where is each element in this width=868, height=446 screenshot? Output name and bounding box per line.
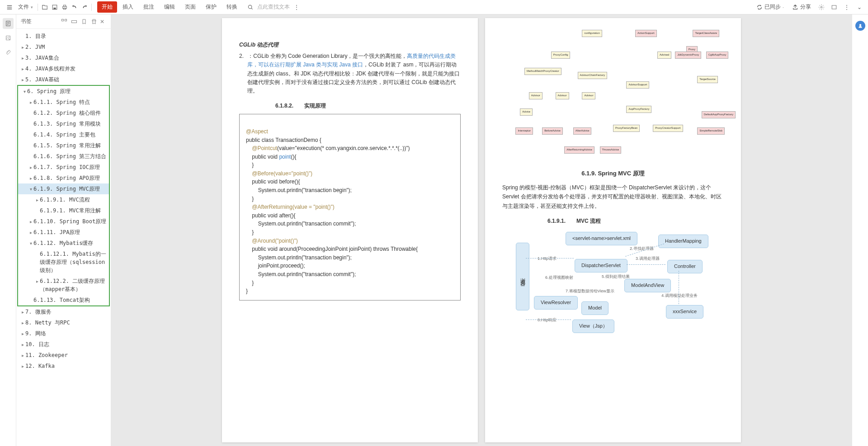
tab-protect[interactable]: 保护 (201, 1, 221, 13)
bookmark-item[interactable]: ▾6. Spring 原理 (18, 86, 109, 97)
bookmark-item[interactable]: 6.1.13. Tomcat架构 (18, 295, 109, 305)
tab-comment[interactable]: 批注 (139, 1, 159, 13)
bookmark-item[interactable]: ▸12. Kafka (16, 361, 111, 371)
code-block: @Aspect public class TransactionDemo { @… (239, 114, 461, 300)
highlighted-section: ▾6. Spring 原理▸6.1.1. Spring 特点6.1.2. Spr… (17, 85, 110, 306)
bookmark-item[interactable]: ▸6.1.1. Spring 特点 (18, 97, 109, 108)
bookmark-item[interactable]: ▸10. 日志 (16, 339, 111, 350)
tab-insert[interactable]: 插入 (118, 1, 138, 13)
bookmark-item[interactable]: 6.1.12.1. Mybatis的一级缓存原理（sqlsession级别） (18, 249, 109, 276)
bookmark-item[interactable]: 6.1.2. Spring 核心组件 (18, 108, 109, 118)
open-icon[interactable] (40, 2, 50, 12)
svg-rect-12 (65, 19, 67, 21)
section-title: CGLib 动态代理 (239, 41, 461, 49)
page-heading: 6.1.9. Spring MVC 原理 (502, 169, 724, 178)
bookmark-item[interactable]: ▸3. JAVA集合 (16, 52, 111, 63)
save-icon[interactable] (50, 2, 60, 12)
uml-diagram: ActionSupport configuration TargetClassA… (502, 27, 724, 163)
mvc-view-jsp-node: View（Jsp） (572, 319, 614, 333)
paragraph-text: 2. ：CGLib 全称为 Code Generation Library，是一… (247, 52, 461, 95)
bookmark-item[interactable]: ▸6.1.10. Spring Boot原理 (18, 216, 109, 227)
sync-status[interactable]: 已同步· (754, 1, 787, 13)
sub-heading: 6.1.9.1. MVC 流程 (502, 217, 724, 225)
bookmark-item[interactable]: ▾6.1.9. Spring MVC原理 (18, 183, 109, 194)
main-toolbar: 文件 ▾ 开始 插入 批注 编辑 页面 保护 转换 点此查找文本 ⋮ 已同步· … (0, 0, 868, 14)
undo-icon[interactable] (70, 2, 80, 12)
print-icon[interactable] (60, 2, 70, 12)
mvc-service-node: xxxService (666, 305, 703, 319)
divider (91, 4, 92, 11)
bookmark-item[interactable]: ▸6.1.7. Spring IOC原理 (18, 162, 109, 173)
search-placeholder[interactable]: 点此查找文本 (257, 3, 290, 11)
bookmark-item[interactable]: ▸5. JAVA基础 (16, 74, 111, 85)
bookmark-item[interactable]: 6.1.5. Spring 常用注解 (18, 140, 109, 151)
left-rail (0, 14, 16, 446)
bookmark-item[interactable]: 1. 目录 (16, 31, 111, 42)
collapse-all-icon[interactable] (70, 18, 78, 26)
hamburger-icon[interactable] (4, 2, 15, 12)
sidebar-header: 书签 ✕ (16, 14, 111, 29)
right-rail (852, 14, 868, 446)
bookmark-item[interactable]: ▾6.1.12. Mybatis缓存 (18, 238, 109, 249)
search-icon[interactable] (245, 2, 255, 12)
svg-rect-7 (832, 5, 836, 9)
ribbon-tabs: 开始 插入 批注 编辑 页面 保护 转换 (97, 1, 242, 13)
chevron-down-icon[interactable]: ⌄ (854, 2, 864, 12)
delete-bookmark-icon[interactable] (90, 18, 98, 26)
document-page: CGLib 动态代理 2. ：CGLib 全称为 Code Generation… (222, 18, 478, 442)
svg-point-5 (248, 5, 252, 9)
bookmark-item[interactable]: ▸8. Netty 与RPC (16, 317, 111, 328)
bookmark-item[interactable]: ▸6.1.9.1. MVC流程 (18, 194, 109, 205)
more-icon[interactable]: ⋮ (292, 2, 302, 12)
redo-icon[interactable] (80, 2, 90, 12)
bookmark-panel-icon[interactable] (3, 18, 14, 29)
window-icon[interactable] (829, 2, 839, 12)
bookmark-item[interactable]: ▸6.1.11. JPA原理 (18, 227, 109, 238)
mvc-servlet-xml-node: <servlet-name>servlet.xml (566, 232, 637, 245)
mvc-mav-node: ModelAndView (624, 279, 671, 292)
gear-icon[interactable] (816, 2, 826, 12)
share-button[interactable]: 分享 (789, 1, 814, 13)
sub-heading: 6.1.8.2. 实现原理 (239, 102, 461, 110)
mvc-model-node: Model (581, 301, 609, 315)
mvc-handler-mapping-node: HandlerMapping (658, 235, 708, 248)
bookmark-item[interactable]: ▸2. JVM (16, 42, 111, 52)
attachment-panel-icon[interactable] (3, 47, 14, 58)
bookmark-item[interactable]: ▸9. 网络 (16, 328, 111, 339)
bookmark-item[interactable]: ▸7. 微服务 (16, 306, 111, 317)
bookmark-sidebar: 书签 ✕ 1. 目录▸2. JVM▸3. JAVA集合▸4. JAVA多线程并发… (16, 14, 111, 446)
thumbnail-panel-icon[interactable] (3, 33, 14, 43)
mvc-controller-node: Controller (667, 260, 703, 273)
svg-point-14 (859, 24, 862, 26)
close-sidebar-icon[interactable]: ✕ (98, 18, 106, 26)
add-bookmark-icon[interactable] (80, 18, 88, 26)
sidebar-title: 书签 (21, 18, 58, 25)
file-menu[interactable]: 文件 ▾ (15, 1, 36, 13)
svg-point-10 (8, 37, 9, 38)
bookmark-item[interactable]: ▸11. Zookeeper (16, 350, 111, 361)
mvc-flow-diagram: 浏览器 <servlet-name>servlet.xml HandlerMap… (502, 229, 724, 333)
tab-page[interactable]: 页面 (180, 1, 200, 13)
tab-edit[interactable]: 编辑 (160, 1, 179, 13)
bookmark-item[interactable]: 6.1.3. Spring 常用模块 (18, 118, 109, 129)
tab-convert[interactable]: 转换 (222, 1, 242, 13)
bookmark-tree: 1. 目录▸2. JVM▸3. JAVA集合▸4. JAVA多线程并发▸5. J… (16, 29, 111, 446)
expand-all-icon[interactable] (60, 18, 68, 26)
mvc-view-resolver-node: ViewResolver (534, 296, 578, 310)
bookmark-item[interactable]: 6.1.4. Spring 主要包 (18, 129, 109, 140)
assistant-icon[interactable] (855, 21, 865, 31)
more-vert-icon[interactable]: ⋮ (842, 2, 852, 12)
svg-rect-1 (53, 7, 56, 9)
svg-rect-11 (62, 19, 64, 21)
document-viewport[interactable]: CGLib 动态代理 2. ：CGLib 全称为 Code Generation… (111, 14, 852, 446)
svg-point-6 (821, 6, 822, 8)
bookmark-item[interactable]: 6.1.9.1. MVC常用注解 (18, 205, 109, 216)
mvc-browser-node: 浏览器 (516, 243, 529, 310)
svg-rect-3 (63, 5, 66, 6)
tab-start[interactable]: 开始 (97, 1, 117, 13)
bookmark-item[interactable]: 6.1.6. Spring 第三方结合 (18, 151, 109, 162)
bookmark-item[interactable]: ▸6.1.12.2. 二级缓存原理（mapper基本） (18, 276, 109, 295)
bookmark-item[interactable]: ▸4. JAVA多线程并发 (16, 63, 111, 74)
paragraph-text: Spring 的模型-视图-控制器（MVC）框架是围绕一个 Dispatcher… (502, 183, 724, 211)
bookmark-item[interactable]: ▸6.1.8. Spring APO原理 (18, 173, 109, 183)
